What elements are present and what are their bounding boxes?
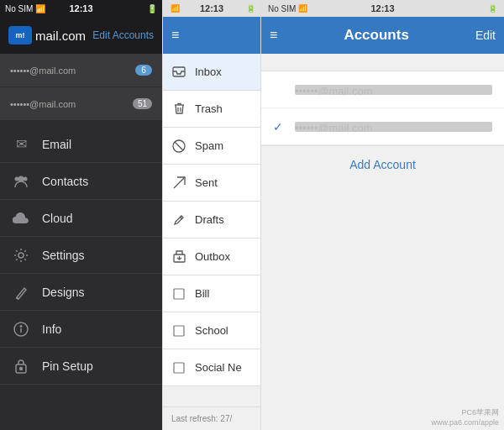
left-carrier: No SIM 📶	[5, 4, 45, 13]
accounts-list: ••••••@mail.com ✓ ••••••@mail.com	[261, 71, 504, 146]
right-carrier: No SIM	[268, 4, 296, 13]
logo-box: m!	[8, 26, 32, 45]
logo-text: mail.com	[35, 29, 86, 43]
right-header-title: Accounts	[344, 27, 408, 44]
right-wifi-icon: 📶	[298, 4, 307, 13]
email-icon: ✉	[12, 135, 30, 154]
middle-status-bar: 📶 12:13 🔋	[163, 0, 260, 17]
wifi-icon: 📶	[35, 4, 45, 13]
social-folder-icon	[171, 360, 186, 375]
right-account-row-2[interactable]: ✓ ••••••@mail.com	[261, 108, 504, 145]
folder-label-school: School	[195, 324, 228, 337]
right-header: ≡ Accounts Edit	[261, 17, 504, 54]
info-icon	[12, 320, 30, 338]
svg-point-1	[15, 176, 19, 181]
middle-header: ≡	[163, 17, 260, 54]
svg-point-2	[24, 176, 28, 181]
folder-spam[interactable]: Spam	[163, 128, 260, 165]
sidebar-item-contacts[interactable]: Contacts	[0, 163, 162, 200]
outbox-icon	[171, 249, 186, 265]
svg-rect-19	[174, 289, 184, 299]
drafts-icon	[171, 212, 186, 228]
left-time: 12:13	[69, 3, 92, 13]
battery-icon: 🔋	[147, 4, 157, 13]
left-sidebar: No SIM 📶 12:13 🔋 m! mail.com Edit Accoun…	[0, 0, 162, 430]
svg-rect-20	[174, 326, 184, 336]
sidebar-item-info[interactable]: Info	[0, 311, 162, 348]
right-edit-button[interactable]: Edit	[475, 29, 496, 42]
watermark-line2: www.pa6.com/apple	[431, 418, 499, 427]
sent-icon	[171, 176, 186, 191]
right-battery-icon: 🔋	[488, 4, 497, 13]
cloud-icon	[12, 209, 30, 228]
nav-label-email: Email	[42, 138, 71, 151]
account-item-2[interactable]: ••••••@mail.com 51	[0, 87, 162, 121]
mail-logo: m! mail.com	[8, 26, 86, 45]
folder-school[interactable]: School	[163, 312, 260, 349]
account-email-2: ••••••@mail.com	[10, 99, 133, 109]
left-header: m! mail.com Edit Accounts	[0, 17, 162, 54]
sidebar-item-designs[interactable]: Designs	[0, 274, 162, 311]
bill-folder-icon	[171, 286, 186, 302]
nav-label-cloud: Cloud	[42, 212, 73, 225]
inbox-icon	[171, 65, 186, 80]
folder-bill[interactable]: Bill	[163, 275, 260, 312]
folder-label-social: Social Ne	[195, 361, 242, 374]
spam-icon	[171, 139, 186, 154]
left-status-bar: No SIM 📶 12:13 🔋	[0, 0, 162, 17]
right-account-row-1[interactable]: ••••••@mail.com	[261, 71, 504, 108]
folder-trash[interactable]: Trash	[163, 91, 260, 128]
right-account-email-1: ••••••@mail.com	[295, 85, 492, 95]
nav-label-info: Info	[42, 322, 61, 336]
svg-line-4	[16, 298, 18, 299]
account-email-1: ••••••@mail.com	[10, 66, 135, 76]
add-account-text: Add Account	[349, 158, 416, 171]
trash-icon	[171, 102, 186, 117]
middle-panel: 📶 12:13 🔋 ≡ Inbox	[162, 0, 261, 430]
folder-label-trash: Trash	[195, 102, 223, 115]
folder-drafts[interactable]: Drafts	[163, 202, 260, 239]
svg-point-7	[20, 325, 22, 327]
folder-list: Inbox Trash Spam	[163, 54, 260, 406]
right-time: 12:13	[370, 3, 394, 13]
right-panel: No SIM 📶 12:13 🔋 ≡ Accounts Edit ••••••@…	[261, 0, 504, 430]
right-status-bar: No SIM 📶 12:13 🔋	[261, 0, 504, 17]
check-icon-2: ✓	[273, 120, 286, 134]
svg-line-15	[174, 177, 185, 188]
school-folder-icon	[171, 323, 186, 338]
folder-label-inbox: Inbox	[195, 66, 222, 78]
sidebar-item-cloud[interactable]: Cloud	[0, 200, 162, 237]
right-hamburger-button[interactable]: ≡	[270, 28, 277, 43]
folder-inbox[interactable]: Inbox	[163, 54, 260, 91]
watermark: PC6苹果网 www.pa6.com/apple	[431, 407, 499, 427]
sidebar-item-settings[interactable]: Settings	[0, 237, 162, 274]
sidebar-item-pin-setup[interactable]: Pin Setup	[0, 348, 162, 385]
right-account-email-2: ••••••@mail.com	[295, 122, 492, 132]
folder-label-drafts: Drafts	[195, 213, 224, 226]
pin-setup-icon	[12, 357, 30, 375]
sidebar-nav: ✉ Email Contacts Cloud	[0, 126, 162, 430]
account-badge-1: 6	[135, 65, 152, 76]
middle-battery-icon: 🔋	[246, 4, 255, 13]
middle-time: 12:13	[200, 3, 223, 13]
sidebar-item-email[interactable]: ✉ Email	[0, 126, 162, 163]
nav-label-settings: Settings	[42, 249, 85, 262]
edit-accounts-button[interactable]: Edit Accounts	[92, 29, 154, 41]
middle-wifi-icon: 📶	[171, 4, 180, 13]
nav-label-pin-setup: Pin Setup	[42, 359, 93, 373]
folder-outbox[interactable]: Outbox	[163, 239, 260, 275]
settings-icon	[12, 246, 30, 265]
folder-sent[interactable]: Sent	[163, 165, 260, 202]
folder-label-sent: Sent	[195, 176, 218, 189]
nav-label-contacts: Contacts	[42, 175, 88, 188]
middle-footer: Last refresh: 27/	[163, 406, 260, 430]
logo-abbr: m!	[16, 31, 25, 39]
refresh-text: Last refresh: 27/	[171, 414, 232, 423]
folder-social[interactable]: Social Ne	[163, 349, 260, 386]
account-item-1[interactable]: ••••••@mail.com 6	[0, 54, 162, 87]
add-account-row[interactable]: Add Account	[261, 146, 504, 183]
middle-hamburger-button[interactable]: ≡	[171, 28, 179, 43]
svg-rect-21	[174, 363, 184, 373]
folder-label-bill: Bill	[195, 287, 209, 300]
left-battery: 🔋	[147, 4, 157, 13]
